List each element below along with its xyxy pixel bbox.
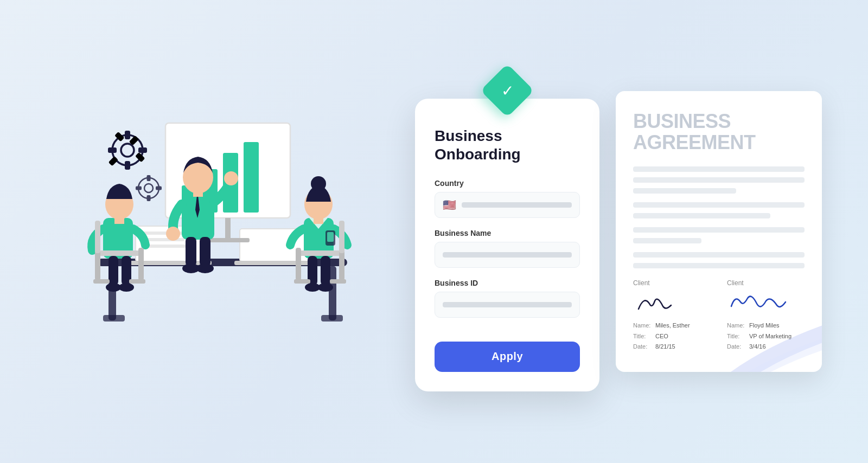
check-icon: ✓ (501, 82, 514, 100)
svg-rect-4 (321, 315, 343, 321)
country-label: Country (435, 179, 580, 188)
business-name-bar (443, 252, 572, 258)
svg-rect-46 (129, 279, 145, 284)
doc-line (633, 177, 805, 183)
svg-point-51 (166, 227, 180, 241)
business-name-label: Business Name (435, 229, 580, 237)
name-key-1: Name: (633, 320, 652, 331)
svg-rect-24 (108, 147, 117, 153)
svg-rect-72 (327, 232, 334, 242)
doc-line (633, 166, 805, 172)
svg-rect-11 (234, 261, 316, 265)
svg-rect-42 (95, 250, 144, 256)
doc-line (633, 227, 805, 233)
svg-rect-27 (135, 152, 145, 162)
doc-line (633, 252, 805, 258)
sig-details-1: Name: Miles, Esther Title: CEO Date: 8/2… (633, 320, 711, 352)
date-val-1: 8/21/15 (655, 342, 675, 352)
flag-icon: 🇺🇸 (443, 198, 456, 211)
svg-rect-33 (156, 187, 162, 190)
svg-rect-60 (314, 217, 323, 224)
svg-rect-23 (138, 147, 147, 153)
svg-rect-53 (186, 237, 196, 267)
svg-point-56 (196, 263, 214, 273)
svg-rect-44 (138, 248, 144, 280)
country-input[interactable]: 🇺🇸 (435, 192, 580, 218)
business-name-field: Business Name (435, 229, 580, 268)
doc-line (633, 188, 736, 194)
svg-rect-70 (339, 221, 344, 253)
form-card-wrapper: ✓ BusinessOnboarding Country 🇺🇸 Business… (415, 72, 599, 391)
client-label-2: Client (727, 279, 805, 287)
svg-rect-50 (193, 191, 203, 197)
svg-rect-37 (114, 217, 124, 224)
signature-img-2 (727, 290, 805, 317)
svg-rect-34 (136, 187, 142, 190)
svg-point-40 (106, 283, 121, 292)
signature-col-1: Client Name: Miles, Esther Title: CEO (633, 279, 711, 352)
illustration-area (46, 22, 399, 441)
doc-line (633, 213, 770, 218)
agreement-title: BUSINESSAGREEMENT (633, 111, 805, 153)
svg-rect-14 (206, 238, 250, 242)
doc-line (633, 263, 805, 268)
business-id-input[interactable] (435, 292, 580, 318)
name-val-1: Miles, Esther (655, 320, 690, 331)
doc-line (633, 238, 701, 243)
svg-rect-22 (125, 161, 130, 170)
country-field: Country 🇺🇸 (435, 179, 580, 218)
doc-line (633, 202, 805, 208)
svg-point-41 (119, 283, 134, 292)
svg-rect-68 (294, 279, 310, 284)
svg-rect-45 (93, 279, 110, 284)
date-key-1: Date: (633, 342, 652, 352)
svg-rect-21 (125, 131, 130, 139)
client-label-1: Client (633, 279, 711, 287)
svg-point-52 (224, 171, 238, 185)
svg-rect-54 (200, 237, 210, 267)
title-val-1: CEO (655, 331, 668, 342)
svg-rect-47 (95, 221, 100, 253)
svg-point-20 (121, 144, 134, 157)
svg-rect-32 (147, 195, 151, 201)
svg-rect-31 (147, 175, 151, 181)
agreement-card: BUSINESSAGREEMENT (616, 91, 822, 372)
svg-rect-18 (244, 142, 259, 213)
business-id-label: Business ID (435, 279, 580, 287)
svg-point-59 (311, 176, 326, 191)
svg-point-63 (305, 283, 320, 292)
document-lines (633, 166, 805, 268)
business-id-bar (443, 302, 572, 307)
decorative-curve (730, 318, 822, 372)
svg-rect-13 (225, 218, 231, 240)
svg-rect-3 (103, 315, 125, 321)
form-card: BusinessOnboarding Country 🇺🇸 Business N… (415, 99, 599, 391)
business-id-field: Business ID (435, 279, 580, 318)
apply-button[interactable]: Apply (435, 342, 580, 372)
svg-rect-65 (296, 250, 344, 256)
svg-rect-62 (321, 256, 330, 286)
business-name-input[interactable] (435, 242, 580, 268)
svg-rect-38 (108, 256, 118, 286)
svg-rect-66 (296, 248, 301, 280)
svg-point-30 (144, 184, 153, 192)
main-container: ✓ BusinessOnboarding Country 🇺🇸 Business… (0, 0, 868, 463)
svg-point-64 (318, 283, 333, 292)
country-input-bar (462, 202, 572, 208)
svg-rect-26 (108, 156, 118, 166)
form-title: BusinessOnboarding (435, 127, 580, 163)
signature-img-1 (633, 290, 711, 317)
title-key-1: Title: (633, 331, 652, 342)
svg-rect-69 (330, 279, 346, 284)
